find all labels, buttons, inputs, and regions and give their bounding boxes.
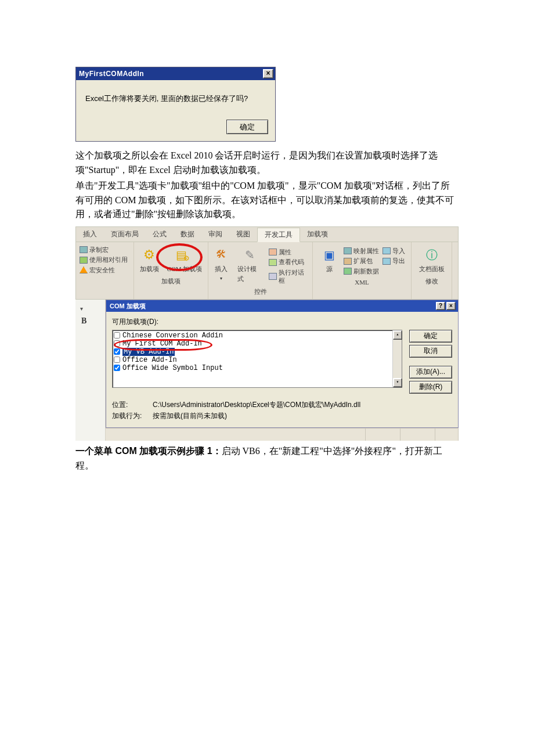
- checkbox[interactable]: [114, 332, 120, 339]
- behavior-label: 加载行为:: [112, 411, 142, 422]
- red-circle-annotation: [156, 243, 203, 271]
- group-modify-label: 修改: [425, 276, 438, 286]
- alert-titlebar: MyFirstCOMAddIn ×: [76, 67, 275, 80]
- record-macro-button[interactable]: 录制宏: [80, 246, 128, 254]
- export-xml-button[interactable]: 导出: [383, 257, 405, 265]
- listbox-scrollbar[interactable]: ▴ ▾: [392, 330, 402, 387]
- scroll-up-icon[interactable]: ▴: [393, 330, 402, 340]
- dialog-add-button[interactable]: 添加(A)...: [409, 366, 452, 379]
- dialog-remove-button[interactable]: 删除(R): [409, 381, 452, 394]
- tab-pagelayout[interactable]: 页面布局: [104, 227, 146, 242]
- list-item[interactable]: Chinese Conversion Addin: [114, 332, 400, 340]
- tab-developer[interactable]: 开发工具: [257, 228, 300, 242]
- list-item[interactable]: Office Wide Symbol Input: [114, 364, 400, 372]
- refresh-icon: [344, 268, 352, 275]
- import-icon: [383, 247, 391, 254]
- ribbon-group-addins: ⚙ 加载项 ▤⚙ COM 加载项 加载项: [134, 242, 208, 299]
- expansion-packs-button[interactable]: 扩展包: [344, 257, 379, 265]
- com-dialog-area: ▾ B COM 加载项 ? × 可用加载项(D): Chinese Conver…: [75, 300, 459, 441]
- com-addins-dialog: COM 加载项 ? × 可用加载项(D): Chinese Conversion…: [106, 300, 459, 428]
- document-panel-button[interactable]: ⓘ 文档面板: [417, 246, 447, 274]
- dialog-cancel-button[interactable]: 取消: [409, 345, 452, 358]
- doc-panel-icon: ⓘ: [424, 247, 440, 263]
- list-item[interactable]: Office Add-In: [114, 356, 400, 364]
- help-icon[interactable]: ?: [436, 302, 445, 310]
- statusbar: [106, 428, 459, 441]
- group-controls-label: 控件: [254, 287, 267, 297]
- checkbox[interactable]: [114, 348, 120, 355]
- ribbon-group-modify: ⓘ 文档面板 修改: [412, 242, 452, 299]
- close-icon[interactable]: ×: [446, 302, 456, 310]
- insert-controls-button[interactable]: 🛠 插入 ▾: [211, 246, 232, 282]
- ribbon-group-xml: ▣ 源 映射属性 扩展包 刷新数据 导入 导出 XML: [313, 242, 412, 299]
- properties-icon: [269, 249, 277, 255]
- paragraph-2: 单击"开发工具"选项卡"加载项"组中的"COM 加载项"，显示"COM 加载项"…: [75, 179, 459, 222]
- run-dialog-button[interactable]: 执行对话框: [269, 268, 310, 285]
- alert-message: Excel工作簿将要关闭, 里面的数据已经保存了吗?: [76, 80, 275, 114]
- checkbox[interactable]: [114, 357, 120, 363]
- record-macro-icon: [80, 246, 88, 253]
- refresh-data-button[interactable]: 刷新数据: [344, 267, 379, 275]
- tab-data[interactable]: 数据: [174, 227, 201, 242]
- map-icon: [344, 247, 352, 254]
- export-icon: [383, 258, 391, 265]
- dialog-ok-button[interactable]: 确定: [409, 330, 452, 343]
- xml-source-icon: ▣: [322, 247, 338, 263]
- location-value: C:\Users\Administrator\Desktop\Excel专题\C…: [153, 399, 360, 411]
- xml-source-button[interactable]: ▣ 源: [319, 246, 340, 274]
- red-oval-annotation: [114, 339, 212, 351]
- pack-icon: [344, 258, 352, 265]
- ribbon-tabs: 插入 页面布局 公式 数据 审阅 视图 开发工具 加载项: [76, 227, 458, 242]
- paragraph-3: 一个菜单 COM 加载项示例步骤 1：启动 VB6，在"新建工程"中选择"外接程…: [75, 444, 459, 473]
- macro-security-button[interactable]: 宏安全性: [80, 266, 128, 274]
- alert-ok-button[interactable]: 确定: [226, 120, 268, 134]
- ribbon-group-controls: 🛠 插入 ▾ ✎ 设计模式 属性 查看代码 执行对话框 控件: [208, 242, 313, 299]
- addins-listbox[interactable]: Chinese Conversion Addin My First COM Ad…: [112, 330, 402, 388]
- paragraph-1: 这个加载项之所以会在 Excel 2010 会话开启时运行，是因为我们在设置加载…: [75, 149, 459, 178]
- excel-ribbon: 插入 页面布局 公式 数据 审阅 视图 开发工具 加载项 录制宏 使用相对引用 …: [75, 226, 459, 300]
- group-addins-label: 加载项: [161, 276, 181, 286]
- import-xml-button[interactable]: 导入: [383, 247, 405, 255]
- com-dialog-title: COM 加载项: [110, 301, 435, 311]
- available-addins-label: 可用加载项(D):: [112, 316, 452, 327]
- alert-dialog: MyFirstCOMAddIn × Excel工作簿将要关闭, 里面的数据已经保…: [75, 67, 276, 142]
- tab-addins[interactable]: 加载项: [300, 227, 335, 242]
- close-icon[interactable]: ×: [263, 69, 273, 78]
- alert-title: MyFirstCOMAddIn: [79, 69, 263, 80]
- properties-button[interactable]: 属性: [269, 248, 310, 256]
- design-mode-button[interactable]: ✎ 设计模式: [235, 246, 265, 284]
- tab-view[interactable]: 视图: [229, 227, 257, 242]
- tab-insert[interactable]: 插入: [76, 227, 104, 242]
- spreadsheet-gutter: ▾ B: [75, 300, 106, 441]
- gear-icon: ⚙: [141, 247, 157, 263]
- chevron-down-icon: ▾: [220, 275, 222, 282]
- dialog-icon: [269, 273, 277, 280]
- view-code-button[interactable]: 查看代码: [269, 258, 310, 266]
- tab-review[interactable]: 审阅: [201, 227, 229, 242]
- ribbon-group-code: 录制宏 使用相对引用 宏安全性: [76, 242, 134, 299]
- checkbox[interactable]: [114, 365, 120, 371]
- map-properties-button[interactable]: 映射属性: [344, 247, 379, 255]
- addin-metadata: 位置:C:\Users\Administrator\Desktop\Excel专…: [112, 399, 452, 422]
- cell-B-label: B: [81, 315, 86, 327]
- group-xml-label: XML: [355, 278, 369, 287]
- scroll-down-icon[interactable]: ▾: [393, 378, 402, 387]
- tab-formulas[interactable]: 公式: [146, 227, 174, 242]
- behavior-value: 按需加载(目前尚未加载): [153, 411, 227, 422]
- com-dialog-titlebar: COM 加载项 ? ×: [106, 300, 458, 312]
- location-label: 位置:: [112, 399, 142, 411]
- design-icon: ✎: [242, 247, 258, 263]
- security-icon: [80, 267, 88, 273]
- relative-ref-icon: [80, 257, 88, 264]
- paragraph-3-heading: 一个菜单 COM 加载项示例步骤 1：: [75, 446, 222, 456]
- use-relative-ref-button[interactable]: 使用相对引用: [80, 255, 128, 264]
- code-icon: [269, 259, 277, 266]
- dropdown-icon[interactable]: ▾: [80, 304, 83, 314]
- wrench-icon: 🛠: [213, 247, 229, 263]
